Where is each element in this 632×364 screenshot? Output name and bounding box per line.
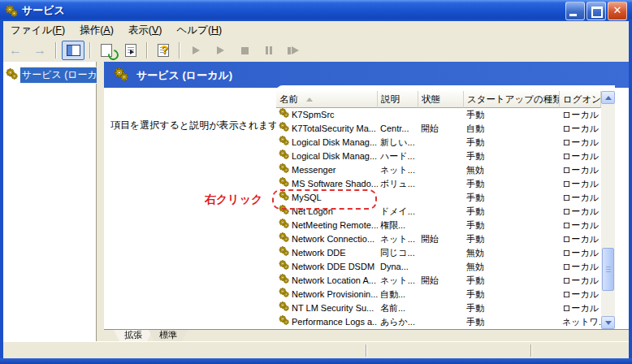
sort-ascending-icon — [306, 98, 313, 102]
table-row[interactable]: Messengerネット...無効ローカル ... — [276, 163, 601, 177]
service-name: K7SpmSrc — [292, 108, 335, 122]
service-name-cell[interactable]: Network Connectio... — [276, 232, 378, 246]
menu-item-3[interactable]: ヘルプ(H) — [170, 22, 230, 39]
table-header: 名前説明状態スタートアップの種類ログオン — [276, 91, 601, 108]
pause-service-button[interactable] — [258, 41, 279, 59]
table-row[interactable]: Network Location A...ネット...開始手動ローカル ... — [276, 274, 601, 288]
service-status-cell — [418, 108, 464, 122]
service-status-cell: 開始 — [418, 122, 464, 136]
service-startup-cell: 手動 — [464, 232, 560, 246]
service-name-cell[interactable]: K7TotalSecurity Ma... — [276, 122, 378, 136]
service-status-cell: 開始 — [418, 274, 464, 288]
stop-service-button[interactable] — [234, 41, 255, 59]
window-border-left — [0, 21, 3, 364]
menu-item-1[interactable]: 操作(A) — [72, 22, 121, 39]
services-window: サービス ✕ ファイル(F)操作(A)表示(V)ヘルプ(H) ← → ? — [0, 0, 632, 364]
back-icon[interactable]: ← — [3, 41, 28, 60]
scrollbar-thumb[interactable] — [602, 248, 614, 291]
window-gears-icon — [5, 5, 18, 17]
tab-extended[interactable]: 拡張 — [114, 330, 153, 341]
table-row[interactable]: Network DDE DSDMDyna...無効ローカル ... — [276, 260, 601, 274]
refresh-button[interactable] — [96, 41, 117, 59]
column-header-description[interactable]: 説明 — [378, 91, 418, 108]
menu-bar: ファイル(F)操作(A)表示(V)ヘルプ(H) — [3, 21, 629, 39]
service-status-cell — [418, 260, 464, 274]
menu-item-2[interactable]: 表示(V) — [121, 22, 170, 39]
table-row[interactable]: NetMeeting Remote...権限...手動ローカル ... — [276, 219, 601, 232]
service-description-cell: 名前... — [378, 301, 418, 315]
service-status-cell — [418, 301, 464, 315]
service-name-cell[interactable]: Messenger — [276, 163, 378, 177]
table-row[interactable]: Network DDE同じコ...無効ローカル ... — [276, 246, 601, 260]
service-description-cell: 自動... — [378, 288, 418, 301]
column-header-name[interactable]: 名前 — [276, 91, 378, 108]
close-icon: ✕ — [608, 2, 626, 18]
service-description-cell: 同じコ... — [378, 246, 418, 260]
resume-service-button[interactable] — [210, 41, 231, 59]
service-logon-cell: ローカル ... — [560, 177, 601, 191]
column-header-label: ログオン — [563, 93, 601, 106]
title-bar[interactable]: サービス ✕ — [0, 0, 632, 21]
close-button[interactable]: ✕ — [608, 2, 627, 20]
status-panel — [532, 342, 629, 359]
service-name-cell[interactable]: Performance Logs a... — [276, 315, 378, 329]
table-row[interactable]: K7SpmSrc手動ローカル ... — [276, 108, 601, 122]
toolbar-separator — [146, 42, 148, 58]
scroll-up-button[interactable] — [601, 91, 615, 104]
service-name-cell[interactable]: K7SpmSrc — [276, 108, 378, 122]
service-status-cell — [418, 150, 464, 163]
pane-splitter[interactable] — [97, 62, 104, 341]
service-logon-cell: ローカル ... — [560, 246, 601, 260]
service-logon-cell: ローカル ... — [560, 150, 601, 163]
service-gears-icon — [279, 246, 289, 260]
column-header-logon[interactable]: ログオン — [560, 91, 601, 108]
column-header-startup[interactable]: スタートアップの種類 — [464, 91, 560, 108]
service-name: Logical Disk Manag... — [292, 136, 377, 150]
service-logon-cell: ローカル ... — [560, 122, 601, 136]
forward-icon[interactable]: → — [28, 41, 52, 60]
table-row[interactable]: Logical Disk Manag...新しい...手動ローカル ... — [276, 136, 601, 150]
status-bar — [3, 341, 629, 359]
show-console-tree-button[interactable] — [62, 41, 84, 60]
tree-gears-icon — [6, 68, 18, 83]
play-icon — [193, 46, 200, 54]
table-row[interactable]: NT LM Security Su...名前...手動ローカル ... — [276, 301, 601, 315]
service-name-cell[interactable]: Network Provisionin... — [276, 288, 378, 301]
tab-standard[interactable]: 標準 — [149, 330, 188, 341]
service-gears-icon — [279, 122, 289, 136]
service-name-cell[interactable]: NT LM Security Su... — [276, 301, 378, 315]
minimize-button[interactable] — [565, 2, 585, 20]
export-list-button[interactable] — [120, 41, 141, 59]
service-startup-cell: 手動 — [464, 205, 560, 219]
description-placeholder-text: 項目を選択すると説明が表示されます。 — [110, 119, 288, 132]
table-row[interactable]: Network Provisionin...自動...手動ローカル ... — [276, 288, 601, 301]
service-name-cell[interactable]: Logical Disk Manag... — [276, 150, 378, 163]
table-row[interactable]: Performance Logs a...あらか...手動ネットワ... — [276, 315, 601, 329]
service-description-cell: 権限... — [378, 219, 418, 232]
tree-item-services-local[interactable]: サービス (ローカル) — [6, 67, 96, 83]
right-click-annotation-box — [272, 189, 377, 210]
column-header-status[interactable]: 状態 — [418, 91, 464, 108]
service-logon-cell: ローカル ... — [560, 288, 601, 301]
service-gears-icon — [279, 150, 289, 163]
service-description-cell: ネット... — [378, 163, 418, 177]
toolbar: ← → ? — [3, 39, 629, 63]
menu-item-0[interactable]: ファイル(F) — [3, 22, 72, 39]
scroll-down-button[interactable] — [601, 316, 615, 329]
service-name-cell[interactable]: Network DDE — [276, 246, 378, 260]
service-name-cell[interactable]: Network Location A... — [276, 274, 378, 288]
table-row[interactable]: K7TotalSecurity Ma...Centr...開始自動ローカル ..… — [276, 122, 601, 136]
restart-service-button[interactable] — [283, 41, 304, 59]
table-row[interactable]: Logical Disk Manag...ハード...手動ローカル ... — [276, 150, 601, 163]
view-tabs-strip: 拡張標準 — [104, 329, 629, 342]
maximize-button[interactable] — [587, 2, 606, 20]
service-startup-cell: 手動 — [464, 108, 560, 122]
service-name-cell[interactable]: NetMeeting Remote... — [276, 219, 378, 232]
start-service-button[interactable] — [185, 41, 206, 59]
service-name-cell[interactable]: Network DDE DSDM — [276, 260, 378, 274]
table-row[interactable]: Network Connectio...ネット...開始手動ローカル ... — [276, 232, 601, 246]
vertical-scrollbar[interactable] — [601, 91, 615, 329]
arrow-down-icon — [605, 321, 612, 325]
help-button[interactable]: ? — [153, 41, 174, 59]
service-name-cell[interactable]: Logical Disk Manag... — [276, 136, 378, 150]
